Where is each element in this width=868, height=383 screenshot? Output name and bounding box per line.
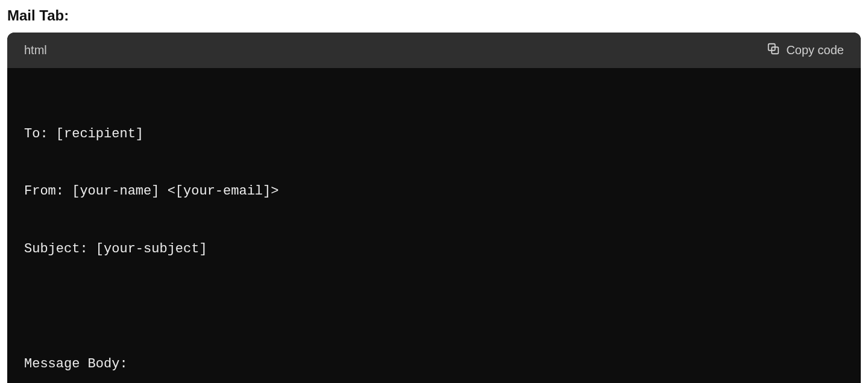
- code-line: Subject: [your-subject]: [24, 240, 844, 259]
- code-block-header: html Copy code: [7, 33, 861, 68]
- code-body: To: [recipient] From: [your-name] <[your…: [7, 68, 861, 383]
- copy-code-button[interactable]: Copy code: [767, 42, 844, 58]
- section-heading: Mail Tab:: [7, 7, 861, 24]
- copy-icon: [767, 42, 780, 58]
- code-line: From: [your-name] <[your-email]>: [24, 182, 844, 201]
- code-block: html Copy code To: [recipient] From: [yo…: [7, 33, 861, 383]
- code-line: Message Body:: [24, 355, 844, 374]
- code-language-label: html: [24, 43, 47, 57]
- copy-code-label: Copy code: [786, 43, 844, 57]
- code-line: [24, 297, 844, 317]
- code-line: To: [recipient]: [24, 125, 844, 144]
